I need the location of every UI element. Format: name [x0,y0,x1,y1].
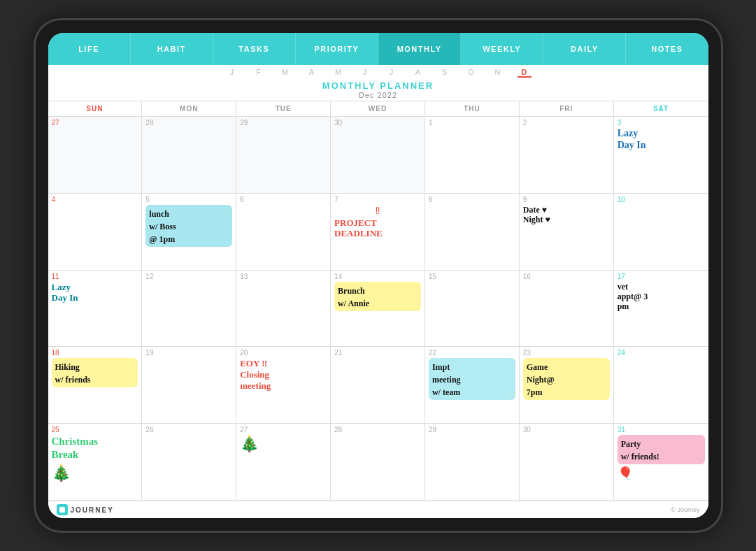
date-dec31: 31 [618,427,705,434]
event-lazy-day-2: LazyDay In [52,282,138,303]
tab-priority[interactable]: PRIORITY [296,33,378,65]
tree-icon-2: 🎄 [240,435,259,452]
month-j1[interactable]: J [225,68,239,78]
journey-logo-icon [57,504,68,515]
tab-tasks[interactable]: TASKS [213,33,296,65]
cell-nov29[interactable]: 29 [236,117,331,194]
cell-dec26[interactable]: 26 [142,424,236,501]
month-n[interactable]: N [491,68,505,78]
cell-dec16[interactable]: 16 [520,271,614,348]
cell-dec23[interactable]: 23 GameNight@7pm [520,347,614,424]
cell-dec19[interactable]: 19 [142,347,236,424]
date-dec19: 19 [145,350,232,357]
cell-dec20[interactable]: 20 EOY ‼Closingmeeting [236,347,331,424]
tab-habit[interactable]: HABIT [131,33,213,65]
tab-daily[interactable]: DAILY [543,33,626,65]
month-s[interactable]: S [438,68,452,78]
event-eoy-meeting: EOY ‼Closingmeeting [240,358,327,391]
event-project-deadline: PROJECTDEADLINE [334,217,421,239]
date-dec22: 22 [429,350,515,357]
cell-dec4[interactable]: 4 [48,194,143,271]
date-dec3: 3 [618,120,705,127]
cell-dec12[interactable]: 12 [142,271,236,348]
cell-dec13[interactable]: 13 [236,271,331,348]
date-nov27: 27 [52,120,138,127]
date-dec12: 12 [145,273,232,280]
cell-dec11[interactable]: 11 LazyDay In [48,271,143,348]
header-fri: FRI [520,101,614,116]
event-impt-meeting: Imptmeetingw/ team [429,358,515,400]
date-dec2: 2 [523,120,610,127]
planner-title: MONTHLY PLANNER [48,80,708,91]
date-dec10: 10 [618,196,705,203]
planner-month: Dec 2022 [48,91,708,99]
cell-dec30[interactable]: 30 [520,424,614,501]
date-dec6: 6 [240,196,327,203]
month-j3[interactable]: J [385,68,399,78]
month-j2[interactable]: J [358,68,372,78]
cell-dec25[interactable]: 25 ChristmasBreak 🎄 [48,424,143,501]
cell-dec3[interactable]: 3 LazyDay In [614,117,708,194]
month-d[interactable]: D [518,68,532,78]
tab-weekly[interactable]: WEEKLY [461,33,543,65]
date-dec20: 20 [240,350,327,357]
date-dec28: 28 [334,427,421,434]
cell-dec5[interactable]: 5 lunchw/ Boss@ 1pm [142,194,236,271]
cell-dec24[interactable]: 24 [614,347,708,424]
cell-dec9[interactable]: 9 Date ♥Night ♥ [520,194,614,271]
month-o[interactable]: O [464,68,478,78]
cell-dec27[interactable]: 27 🎄 [236,424,331,501]
cell-dec15[interactable]: 15 [425,271,520,348]
cell-dec22[interactable]: 22 Imptmeetingw/ team [425,347,520,424]
tree-icon-1: 🎄 [52,464,71,482]
date-nov30: 30 [334,120,421,127]
cell-nov28[interactable]: 28 [142,117,236,194]
planner-header: MONTHLY PLANNER Dec 2022 [48,78,708,101]
date-dec24: 24 [618,350,705,357]
date-dec16: 16 [523,273,610,280]
month-a2[interactable]: A [411,68,425,78]
month-f[interactable]: F [252,68,266,78]
date-dec23: 23 [523,350,610,357]
footer-copyright: © Journey [671,506,699,513]
event-christmas-break: ChristmasBreak [52,435,138,461]
tab-monthly[interactable]: MONTHLY [378,33,461,65]
date-dec29: 29 [429,427,515,434]
header-thu: THU [425,101,520,116]
cell-dec6[interactable]: 6 [236,194,331,271]
cell-dec31[interactable]: 31 Partyw/ friends! 🎈 [614,424,708,501]
date-dec4: 4 [52,196,138,203]
day-headers: SUN MON TUE WED THU FRI SAT [48,101,708,117]
date-dec25: 25 [52,427,138,434]
cell-dec29[interactable]: 29 [425,424,520,501]
event-date-night: Date ♥Night ♥ [523,205,610,225]
svg-rect-0 [59,507,65,513]
footer: JOURNEY © Journey [48,501,708,518]
cell-dec10[interactable]: 10 [614,194,708,271]
cell-dec28[interactable]: 28 [331,424,425,501]
tab-life[interactable]: LIFE [48,33,131,65]
month-m2[interactable]: M [331,68,345,78]
tab-notes[interactable]: NOTES [626,33,708,65]
cell-dec8[interactable]: 8 [425,194,520,271]
date-dec26: 26 [145,427,232,434]
footer-app-name: JOURNEY [71,506,114,514]
journey-icon-svg [59,506,66,513]
header-tue: TUE [236,101,331,116]
cell-dec21[interactable]: 21 [331,347,425,424]
cell-dec18[interactable]: 18 Hikingw/ friends [48,347,143,424]
cell-nov30[interactable]: 30 [331,117,425,194]
event-vet-appt: vetappt@ 3pm [618,282,705,312]
cell-nov27[interactable]: 27 [48,117,143,194]
cell-dec7[interactable]: 7 ‼ PROJECTDEADLINE [331,194,425,271]
date-dec17: 17 [618,273,705,280]
event-hiking: Hikingw/ friends [52,358,138,387]
cell-dec2[interactable]: 2 [520,117,614,194]
month-a1[interactable]: A [305,68,319,78]
date-dec21: 21 [334,350,421,357]
cell-dec14[interactable]: 14 Brunchw/ Annie [331,271,425,348]
event-game-night: GameNight@7pm [523,358,610,400]
cell-dec17[interactable]: 17 vetappt@ 3pm [614,271,708,348]
cell-dec1[interactable]: 1 [425,117,520,194]
month-m1[interactable]: M [278,68,292,78]
